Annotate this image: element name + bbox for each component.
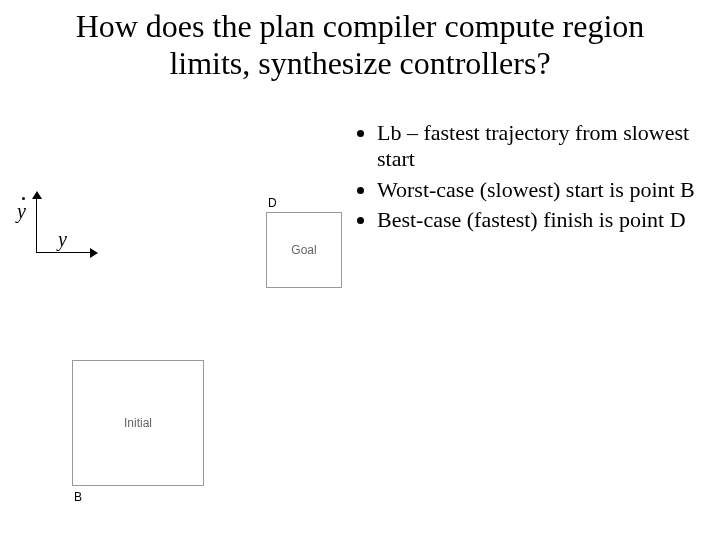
y-axis-label: y — [58, 228, 67, 251]
y-axis-line — [36, 196, 37, 252]
goal-region: D Goal — [266, 196, 356, 288]
goal-box-label: Goal — [291, 243, 316, 257]
arrow-up-icon — [32, 191, 42, 199]
bullet-list: Lb – fastest trajectory from slowest sta… — [355, 120, 695, 238]
x-axis-line — [36, 252, 92, 253]
ydot-axis-label: y — [17, 200, 26, 223]
initial-box: Initial — [72, 360, 204, 486]
arrow-right-icon — [90, 248, 98, 258]
bullet-item: Worst-case (slowest) start is point B — [377, 177, 695, 203]
slide-title: How does the plan compiler compute regio… — [0, 8, 720, 82]
initial-corner-label: B — [74, 490, 232, 504]
initial-region: Initial B — [72, 360, 232, 504]
goal-corner-label: D — [268, 196, 356, 210]
slide: How does the plan compiler compute regio… — [0, 0, 720, 540]
goal-box: Goal — [266, 212, 342, 288]
bullet-item: Best-case (fastest) finish is point D — [377, 207, 695, 233]
axes-figure: y y — [18, 196, 98, 266]
bullet-item: Lb – fastest trajectory from slowest sta… — [377, 120, 695, 173]
initial-box-label: Initial — [124, 416, 152, 430]
